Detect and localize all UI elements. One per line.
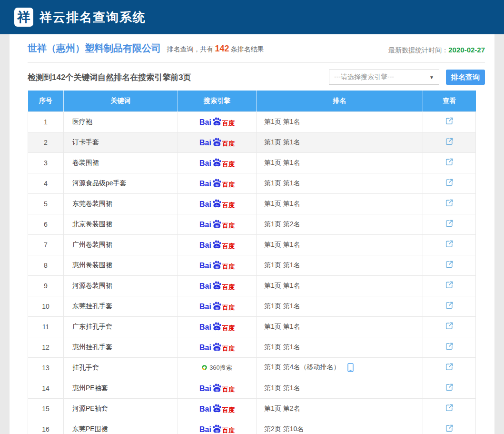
keyword-cell: 卷装围裙 [64, 152, 178, 173]
mobile-rank-icon [347, 363, 354, 372]
keyword-cell: 河源食品级pe手套 [64, 173, 178, 193]
baidu-logo-text-cn: 百度 [222, 182, 235, 188]
row-index-cell: 7 [28, 234, 64, 255]
view-link-button[interactable] [445, 322, 454, 330]
svg-text:du: du [216, 409, 219, 412]
view-cell[interactable] [423, 234, 476, 255]
row-index-cell: 15 [28, 398, 64, 419]
baidu-paw-icon: du [212, 424, 222, 433]
rank-text: 第1页 第1名 [264, 159, 300, 166]
view-link-button[interactable] [445, 260, 454, 269]
view-link-button[interactable] [445, 178, 454, 187]
view-link-button[interactable] [445, 219, 454, 228]
company-name[interactable]: 世祥（惠州）塑料制品有限公司 [28, 43, 161, 53]
engine-cell: Bai du 百度 [178, 255, 257, 275]
view-link-button[interactable] [445, 158, 454, 166]
engine-cell: Bai du 百度 [178, 337, 257, 357]
svg-text:du: du [216, 204, 219, 207]
row-index-cell: 8 [28, 255, 64, 275]
baidu-logo-text-bai: Bai [199, 283, 211, 290]
table-row: 16东莞PE围裙 Bai du 百度 第2页 第10名 [28, 419, 476, 434]
rank-text: 第1页 第1名 [264, 261, 300, 269]
baidu-paw-icon: du [212, 281, 222, 290]
baidu-logo-text-cn: 百度 [222, 427, 235, 434]
view-link-button[interactable] [445, 424, 454, 433]
view-link-button[interactable] [445, 342, 454, 351]
baidu-logo-text-bai: Bai [199, 139, 211, 147]
view-link-button[interactable] [445, 281, 454, 289]
view-cell[interactable] [423, 337, 476, 357]
table-row: 13挂孔手套 360搜索 第1页 第4名（移动排名） [28, 357, 476, 378]
view-link-button[interactable] [445, 117, 454, 125]
rank-text: 第1页 第2名 [264, 404, 300, 412]
external-link-icon [445, 260, 454, 269]
rank-text: 第1页 第1名 [264, 343, 300, 351]
column-header: 关键词 [64, 91, 178, 111]
engine-cell: Bai du 百度 [178, 398, 257, 419]
external-link-icon [445, 240, 454, 248]
rank-query-button[interactable]: 排名查询 [446, 70, 485, 85]
rank-cell: 第1页 第1名 [257, 296, 423, 316]
view-cell[interactable] [423, 193, 476, 214]
svg-text:du: du [216, 388, 219, 391]
table-row: 12惠州挂孔手套 Bai du 百度 第1页 第1名 [28, 337, 476, 357]
svg-text:du: du [216, 245, 219, 248]
table-header-row: 序号关键词搜索引擎排名查看 [28, 91, 476, 111]
keyword-cell: 东莞卷装围裙 [64, 193, 178, 214]
engine-select[interactable]: ---请选择搜索引擎--- ▼ [329, 70, 439, 85]
view-cell[interactable] [423, 111, 476, 132]
view-link-button[interactable] [445, 199, 454, 207]
table-row: 8惠州卷装围裙 Bai du 百度 第1页 第1名 [28, 255, 476, 275]
view-cell[interactable] [423, 255, 476, 275]
view-cell[interactable] [423, 419, 476, 434]
rank-text: 第1页 第1名 [264, 179, 300, 187]
view-cell[interactable] [423, 275, 476, 296]
baidu-logo-text-cn: 百度 [222, 284, 235, 290]
view-cell[interactable] [423, 214, 476, 234]
rank-cell: 第1页 第4名（移动排名） [257, 357, 423, 378]
table-row: 9河源卷装围裙 Bai du 百度 第1页 第1名 [28, 275, 476, 296]
view-link-button[interactable] [445, 240, 454, 248]
view-cell[interactable] [423, 132, 476, 152]
view-cell[interactable] [423, 173, 476, 193]
view-cell[interactable] [423, 296, 476, 316]
external-link-icon [445, 322, 454, 330]
baidu-paw-icon: du [212, 302, 222, 310]
keyword-cell: 惠州卷装围裙 [64, 255, 178, 275]
baidu-logo-text-cn: 百度 [222, 141, 235, 147]
svg-text:du: du [216, 347, 219, 350]
view-cell[interactable] [423, 152, 476, 173]
view-link-button[interactable] [445, 383, 454, 392]
view-cell[interactable] [423, 357, 476, 378]
engine-cell: 360搜索 [178, 357, 257, 378]
baidu-paw-icon: du [212, 220, 222, 228]
baidu-logo-text-bai: Bai [199, 344, 211, 352]
table-row: 6北京卷装围裙 Bai du 百度 第1页 第2名 [28, 214, 476, 234]
view-cell[interactable] [423, 316, 476, 337]
table-row: 3卷装围裙 Bai du 百度 第1页 第1名 [28, 152, 476, 173]
view-link-button[interactable] [445, 137, 454, 146]
keyword-cell: 广东挂孔手套 [64, 316, 178, 337]
baidu-paw-icon: du [212, 322, 222, 331]
rank-cell: 第1页 第2名 [257, 398, 423, 419]
rank-cell: 第1页 第1名 [257, 316, 423, 337]
view-cell[interactable] [423, 398, 476, 419]
baidu-logo-text-cn: 百度 [222, 222, 235, 229]
external-link-icon [445, 363, 454, 371]
view-cell[interactable] [423, 378, 476, 398]
view-link-button[interactable] [445, 301, 454, 310]
chevron-down-icon: ▼ [429, 75, 434, 80]
so360-circle-icon [201, 364, 208, 371]
rank-cell: 第1页 第1名 [257, 193, 423, 214]
svg-text:du: du [216, 224, 219, 227]
external-link-icon [445, 219, 454, 228]
rank-text: 第1页 第1名 [264, 241, 300, 248]
baidu-paw-icon: du [212, 343, 222, 351]
view-link-button[interactable] [445, 363, 454, 371]
filter-controls: ---请选择搜索引擎--- ▼ 排名查询 [329, 70, 485, 85]
row-index-cell: 16 [28, 419, 64, 434]
view-link-button[interactable] [445, 404, 454, 412]
row-index-cell: 2 [28, 132, 64, 152]
baidu-logo-text-cn: 百度 [222, 304, 235, 311]
rank-text: 第1页 第4名（移动排名） [264, 363, 340, 371]
